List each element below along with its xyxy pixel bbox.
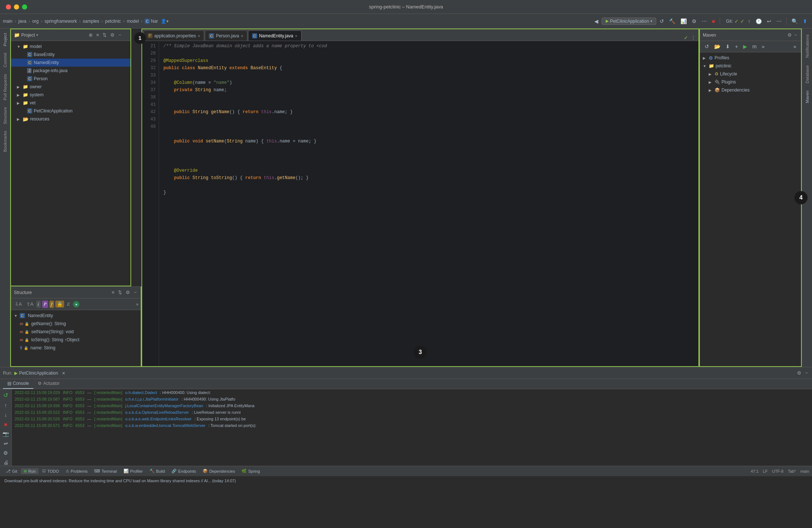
struct-field-name[interactable]: f 🔒 name: String — [11, 344, 141, 352]
minimize-button[interactable] — [14, 4, 19, 10]
struct-namedentity[interactable]: ▼ C NamedEntity — [11, 312, 141, 320]
maven-lifecycle[interactable]: ▶ ♻ Lifecycle — [700, 70, 801, 78]
maven-reload-btn[interactable]: ↺ — [703, 42, 711, 51]
run-tab-actuator[interactable]: ⚙ Actuator — [33, 379, 64, 389]
tree-system-folder[interactable]: ▶ 📁 system — [11, 91, 130, 99]
status-tab-profiler[interactable]: 📊 Profiler — [121, 468, 146, 474]
tree-packageinfo[interactable]: J package-info.java — [11, 67, 130, 75]
status-tab-spring[interactable]: 🌿 Spring — [239, 468, 263, 474]
breadcrumb-model[interactable]: model — [127, 19, 139, 24]
maven-plugins[interactable]: ▶ 🔌 Plugins — [700, 78, 801, 86]
filter-enum-btn[interactable]: 𝐸 — [66, 301, 71, 308]
status-tab-endpoints[interactable]: 🔗 Endpoints — [169, 468, 199, 474]
console-stop-btn[interactable]: ■ — [2, 420, 9, 428]
breadcrumb-class[interactable]: C Nar — [145, 19, 158, 24]
status-tab-dependencies[interactable]: 📦 Dependencies — [200, 468, 238, 474]
filter-icon-btn[interactable]: 𝒊 — [36, 301, 41, 308]
tab-person-java[interactable]: C Person.java × — [205, 30, 247, 41]
rerun-btn[interactable]: ↺ — [658, 17, 666, 25]
breadcrumb-main[interactable]: main — [3, 19, 12, 24]
tree-vet-folder[interactable]: ▶ 📁 vet — [11, 99, 130, 107]
filter-purple-btn[interactable]: 𝑃 — [42, 301, 48, 308]
run-close-btn[interactable]: × — [60, 369, 67, 377]
struct-tostring[interactable]: m 🔒 toString(): String ↑Object — [11, 336, 141, 344]
maven-m-btn[interactable]: m — [750, 42, 759, 51]
maven-run-btn[interactable]: ▶ — [741, 42, 749, 51]
git-revert-btn[interactable]: ↩ — [765, 17, 773, 25]
run-settings-icon[interactable]: ⚙ — [796, 369, 802, 376]
status-tab-run[interactable]: Run — [21, 468, 38, 474]
maven-more-btn[interactable]: » — [760, 42, 767, 51]
sidebar-project-label[interactable]: Project — [2, 30, 8, 49]
console-camera-btn[interactable]: 📷 — [1, 430, 11, 438]
project-dropdown-btn[interactable]: 📁 Project ▾ — [14, 32, 38, 38]
tree-person[interactable]: C Person — [11, 75, 130, 83]
close-tab-appprops[interactable]: × — [198, 34, 200, 38]
maximize-button[interactable] — [22, 4, 27, 10]
code-editor[interactable]: /** Simple JavaBean domain object adds a… — [159, 41, 698, 366]
struct-getname[interactable]: m 🔒 getName(): String — [11, 320, 141, 328]
maven-add-btn[interactable]: + — [733, 42, 740, 51]
tree-model-folder[interactable]: ▼ 📁 model — [11, 42, 130, 51]
console-settings-btn[interactable]: ⚙ — [1, 449, 10, 457]
stop-btn[interactable]: ■ — [710, 17, 717, 25]
user-icon[interactable]: 👤▾ — [161, 19, 169, 24]
close-button[interactable] — [6, 4, 11, 10]
tree-resources-folder[interactable]: ▶ 📂 resources — [11, 115, 130, 123]
git-check1[interactable]: ✓ — [734, 18, 739, 24]
status-tab-problems[interactable]: ⚠ Problems — [63, 468, 91, 474]
console-wrap-btn[interactable]: ⇌ — [2, 439, 10, 447]
status-tab-terminal[interactable]: ⌨ Terminal — [91, 468, 120, 474]
search-btn[interactable]: 🔍 — [790, 17, 800, 25]
breadcrumb-springframework[interactable]: springframework — [44, 19, 77, 24]
git-history-btn[interactable]: 🕐 — [754, 17, 764, 25]
build-btn[interactable]: 🔨 — [667, 17, 677, 25]
run-config-selector[interactable]: ▶ PetClinicApplication ▾ — [602, 18, 656, 25]
maven-settings-icon[interactable]: ⚙ — [786, 31, 793, 38]
settings-icon[interactable]: ⚙ — [109, 31, 116, 38]
upload-btn[interactable]: ⬆ — [801, 17, 809, 25]
struct-collapse-icon[interactable]: ≡ — [111, 289, 116, 296]
back-btn[interactable]: ◀ — [593, 17, 600, 25]
tree-owner-folder[interactable]: ▶ 📁 owner — [11, 83, 130, 91]
maven-profiles[interactable]: ▶ ⚙ Profiles — [700, 54, 801, 62]
status-tab-git[interactable]: ⎇ Git — [3, 468, 20, 474]
status-tab-todo[interactable]: ☑ TODO — [39, 468, 62, 474]
struct-more-icon[interactable]: » — [136, 302, 139, 307]
sort-icon[interactable]: ⇅ — [102, 31, 108, 38]
close-tab-person[interactable]: × — [241, 34, 243, 38]
struct-setname[interactable]: m 🔒 setName(String): void — [11, 328, 141, 336]
status-tab-build[interactable]: 🔨 Build — [147, 468, 168, 474]
profile-btn[interactable]: ⚙ — [690, 17, 698, 25]
git-more-btn[interactable]: ⋯ — [775, 17, 783, 25]
tree-baseentity[interactable]: C BaseEntity — [11, 51, 130, 59]
sort-alpha-desc-btn[interactable]: ⇧A — [25, 301, 35, 308]
close-panel-icon[interactable]: − — [117, 31, 122, 38]
maven-expand-btn[interactable]: » — [791, 42, 798, 51]
locate-icon[interactable]: ⊕ — [88, 31, 94, 38]
console-print-btn[interactable]: 🖨 — [1, 458, 10, 466]
run-close-icon[interactable]: − — [804, 369, 809, 376]
coverage-btn[interactable]: 📊 — [679, 17, 689, 25]
struct-close-icon[interactable]: − — [133, 289, 138, 296]
sidebar-bookmarks-label[interactable]: Bookmarks — [2, 128, 8, 155]
tree-petclinicapp[interactable]: C PetClinicApplication — [11, 107, 130, 115]
console-scroll-area[interactable]: 2022-02-11 15:08:19.029 INFO 6553 --- [ … — [12, 389, 812, 466]
sidebar-commit-label[interactable]: Commit — [2, 50, 8, 70]
breadcrumb-java[interactable]: java — [18, 19, 26, 24]
breadcrumb-samples[interactable]: samples — [83, 19, 99, 24]
notifications-label[interactable]: Notifications — [804, 31, 810, 61]
console-scroll-up-btn[interactable]: ↑ — [3, 401, 9, 409]
struct-settings-icon[interactable]: ⚙ — [125, 289, 131, 296]
console-rerun-btn[interactable]: ↺ — [1, 391, 10, 400]
filter-circle-btn[interactable]: ● — [73, 301, 80, 308]
struct-sort-icon[interactable]: ⇅ — [117, 289, 123, 296]
breadcrumb-org[interactable]: org — [32, 19, 38, 24]
collapse-all-icon[interactable]: ≡ — [95, 31, 100, 38]
more-run-btn[interactable]: ⋯ — [700, 17, 709, 25]
breadcrumb-petclinic[interactable]: petclinic — [105, 19, 121, 24]
git-check2[interactable]: ✓ — [740, 18, 745, 24]
run-tab-console[interactable]: ▤ Console — [3, 379, 33, 389]
maven-dependencies[interactable]: ▶ 📦 Dependencies — [700, 86, 801, 94]
maven-petclinic[interactable]: ▼ 📁 petclinic — [700, 62, 801, 70]
